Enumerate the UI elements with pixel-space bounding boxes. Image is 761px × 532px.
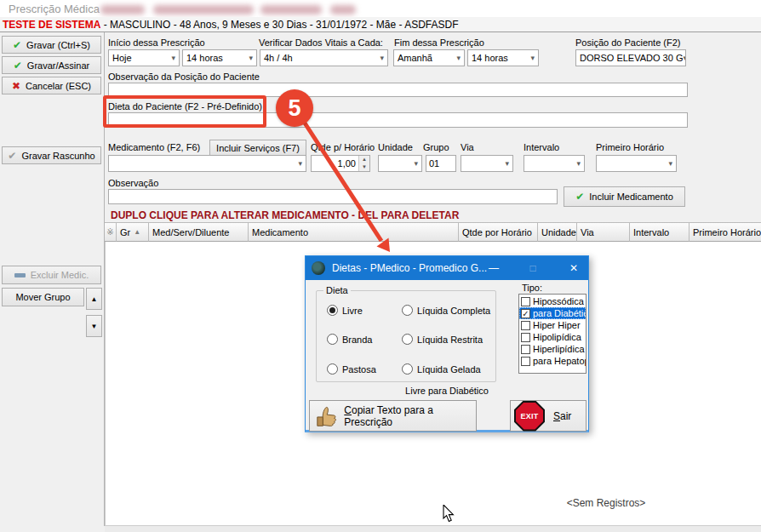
fim-day-value: Amanhã	[398, 53, 432, 63]
check-icon: ✔	[14, 60, 22, 72]
dieta-input[interactable]	[108, 112, 688, 128]
primeiro-label: Primeiro Horário	[596, 142, 664, 152]
incluir-medicamento-button[interactable]: ✔ Incluir Medicamento	[564, 186, 685, 207]
grid-col-qtde[interactable]: Qtde por Horário	[459, 222, 538, 242]
check-icon: ✔	[13, 39, 21, 51]
sair-button[interactable]: EXIT Sair	[510, 400, 586, 432]
checkbox-icon[interactable]: ✓	[521, 309, 530, 318]
radio-icon	[402, 363, 413, 375]
grid-col-unidade[interactable]: Unidade	[538, 222, 577, 242]
dietas-dialog-icon	[312, 261, 325, 275]
fim-time-combobox[interactable]: 14 horas ▾	[467, 49, 539, 66]
tipo-item-para-diabetico[interactable]: ✓ para Diabético	[519, 307, 586, 319]
observacao-label: Observação	[108, 178, 158, 188]
checkbox-icon[interactable]	[521, 333, 530, 342]
check-icon: ✔	[575, 191, 584, 203]
chevron-down-icon: ▾	[505, 159, 512, 168]
checkbox-icon[interactable]	[521, 321, 530, 330]
qtde-value: 1,00	[312, 158, 358, 169]
grupo-input[interactable]: 01	[426, 155, 456, 172]
inicio-day-combobox[interactable]: Hoje ▾	[108, 49, 180, 66]
save-draft-button-label: Gravar Rascunho	[21, 151, 94, 161]
grid-col-medserv[interactable]: Med/Serv/Diluente	[149, 222, 249, 242]
maximize-button[interactable]: □	[520, 256, 546, 280]
radio-pastosa[interactable]: Pastosa	[327, 363, 376, 375]
dieta-result-text: Livre para Diabético	[306, 386, 588, 396]
grid-col-primeiro[interactable]: Primeiro Horário	[689, 222, 761, 242]
copiar-texto-label: Copiar Texto para a Prescrição	[344, 404, 476, 428]
inicio-time-value: 14 horas	[186, 53, 223, 63]
dietas-dialog: Dietas - PMedico - Promedico G... — □ ✕ …	[305, 255, 589, 432]
cancel-button[interactable]: ✖ Cancelar (ESC)	[2, 77, 101, 94]
move-down-button[interactable]: ▼	[86, 315, 102, 337]
close-button[interactable]: ✕	[561, 256, 586, 280]
grupo-label: Grupo	[423, 142, 449, 152]
radio-liquida-restrita[interactable]: Líquida Restrita	[402, 334, 483, 345]
save-button[interactable]: ✔ Gravar (Ctrl+S)	[2, 36, 101, 54]
posicao-value: DORSO ELEVADO 30 G	[580, 53, 683, 63]
checkbox-icon[interactable]	[521, 345, 530, 354]
chevron-down-icon: ▾	[456, 54, 464, 62]
exit-stop-icon: EXIT	[514, 401, 545, 432]
inicio-day-value: Hoje	[112, 53, 132, 63]
qtde-stepper[interactable]: 1,00 ▲ ▼	[311, 155, 370, 172]
tipo-item-hipolipidica[interactable]: Hipolipídica	[519, 331, 586, 343]
delete-med-button[interactable]: Excluir Medic.	[2, 266, 101, 284]
tipo-item-para-hepatopata[interactable]: para Hepatopata	[519, 355, 586, 367]
spin-down-icon[interactable]: ▼	[358, 163, 369, 171]
obs-posicao-label: Observação da Posição do Paciente	[108, 72, 260, 82]
spin-up-icon[interactable]: ▲	[358, 156, 369, 163]
checkbox-icon[interactable]	[521, 357, 530, 366]
save-draft-button[interactable]: ✔ Gravar Rascunho	[2, 146, 101, 164]
vitais-combobox[interactable]: 4h / 4h ▾	[260, 49, 388, 66]
radio-branda[interactable]: Branda	[327, 334, 372, 345]
grid-col-gr[interactable]: Gr ▲	[117, 222, 149, 242]
tipo-item-hiperlipidica[interactable]: Hiperlipídica	[519, 343, 586, 355]
medicamento-combobox[interactable]: ▾	[108, 155, 306, 172]
tipo-item-hipossodica[interactable]: Hipossódica	[519, 295, 586, 307]
dieta-groupbox: Dieta Livre Branda Pastosa Líquida Compl…	[316, 290, 496, 382]
primeiro-combobox[interactable]: ▾	[596, 155, 677, 172]
medicamento-label: Medicamento (F2, F6)	[108, 142, 200, 152]
checkbox-icon[interactable]	[521, 297, 530, 306]
grid-footer-strip	[105, 525, 761, 532]
dialog-titlebar[interactable]: Dietas - PMedico - Promedico G...	[306, 256, 588, 280]
redacted-text	[260, 5, 322, 14]
grid-col-intervalo[interactable]: Intervalo	[630, 222, 689, 242]
observacao-input[interactable]	[108, 189, 558, 204]
patient-info-bar: TESTE DE SISTEMA - MASCULINO - 48 Anos, …	[0, 17, 761, 32]
unidade-combobox[interactable]: ▾	[378, 155, 422, 172]
chevron-down-icon: ▾	[171, 54, 179, 62]
incluir-servicos-button[interactable]: Incluir Serviços (F7)	[209, 140, 306, 156]
move-up-button[interactable]: ▲	[86, 288, 102, 310]
grid-col-selector[interactable]: ※	[105, 222, 117, 242]
inicio-time-combobox[interactable]: 14 horas ▾	[182, 49, 257, 66]
intervalo-combobox[interactable]: ▾	[524, 155, 585, 172]
close-icon: ✕	[569, 262, 578, 274]
qtde-label: Qtde p/ Horário	[311, 142, 375, 152]
vitais-value: 4h / 4h	[264, 53, 293, 63]
copiar-texto-button[interactable]: Copiar Texto para a Prescrição	[309, 400, 477, 432]
tipo-item-hiper-hiper[interactable]: Hiper Hiper	[519, 319, 586, 331]
redacted-text	[330, 5, 356, 14]
tipo-listbox[interactable]: Hipossódica ✓ para Diabético Hiper Hiper…	[518, 294, 586, 374]
dieta-group-label: Dieta	[323, 285, 351, 295]
grid-caption: DUPLO CLIQUE PARA ALTERAR MEDICAMENTO - …	[111, 209, 459, 221]
minimize-button[interactable]: —	[481, 256, 506, 280]
fim-day-combobox[interactable]: Amanhã ▾	[393, 49, 465, 66]
posicao-combobox[interactable]: DORSO ELEVADO 30 G ▾	[575, 49, 686, 66]
chevron-down-icon: ▾	[249, 54, 256, 62]
grid-col-medicamento[interactable]: Medicamento	[249, 222, 459, 242]
radio-liquida-completa[interactable]: Líquida Completa	[402, 305, 490, 316]
chevron-down-icon: ▾	[530, 54, 538, 62]
save-sign-button[interactable]: ✔ Gravar/Assinar	[2, 56, 101, 74]
move-group-button-label: Mover Grupo	[15, 292, 70, 302]
move-group-button[interactable]: Mover Grupo	[2, 288, 84, 306]
grid-col-via[interactable]: Via	[577, 222, 630, 242]
radio-liquida-gelada[interactable]: Líquida Gelada	[402, 363, 481, 375]
obs-posicao-input[interactable]	[108, 83, 688, 97]
thumbs-up-icon	[315, 405, 337, 427]
via-combobox[interactable]: ▾	[461, 155, 513, 172]
radio-livre[interactable]: Livre	[327, 305, 363, 316]
app-titlebar: Prescrição Médica	[0, 0, 761, 17]
